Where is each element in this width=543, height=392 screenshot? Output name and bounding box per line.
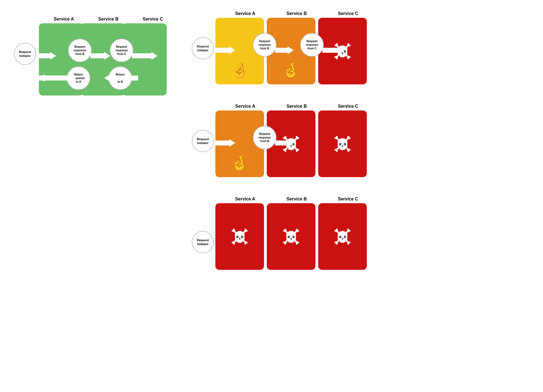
br-icon-c: ☠️ bbox=[333, 228, 352, 245]
arrow-left-final bbox=[19, 74, 45, 82]
mr-service-c: ☠️ bbox=[318, 110, 367, 177]
br-icon-a: ☠️ bbox=[231, 228, 249, 245]
diagram-top-right: Service A Service B Service C 🤞 🤞 ☠️ bbox=[192, 11, 529, 90]
diagram-all-green: Service A Service B Service C Request In… bbox=[14, 17, 175, 101]
mr-header-a: Service A bbox=[220, 104, 271, 109]
diagram-bot-right: Service A Service B Service C ☠️ ☠️ ☠️ bbox=[192, 197, 529, 275]
mr-icon-a: 🤞 bbox=[231, 155, 249, 172]
tr-arrow-r2 bbox=[275, 46, 294, 54]
tr-icon-b: 🤞 bbox=[282, 62, 300, 79]
arrow-left-1 bbox=[104, 74, 138, 82]
right-panel: Service A Service B Service C 🤞 🤞 ☠️ bbox=[186, 8, 535, 384]
mr-header-c: Service C bbox=[322, 104, 374, 109]
arrow-right-1 bbox=[36, 52, 56, 60]
br-service-b: ☠️ bbox=[267, 203, 315, 270]
mr-header-b: Service B bbox=[271, 104, 322, 109]
request-from-c-circle: Request response from C bbox=[110, 39, 133, 62]
left-panel: Service A Service B Service C Request In… bbox=[8, 8, 181, 384]
header-service-c: Service C bbox=[131, 17, 175, 22]
mr-req-b-circle: Request response from B bbox=[253, 126, 277, 149]
header-service-b: Service B bbox=[86, 17, 131, 22]
tr-header-b: Service B bbox=[271, 11, 322, 16]
mr-arrow-r2 bbox=[275, 139, 294, 147]
tr-req-b-circle: Request response from B bbox=[253, 33, 277, 57]
mr-arrow-r1 bbox=[214, 139, 235, 147]
tr-req-c-circle: Request response from C bbox=[300, 33, 324, 57]
br-header-c: Service C bbox=[322, 197, 374, 202]
request-from-b-circle: Request response from B bbox=[68, 39, 92, 62]
header-service-a: Service A bbox=[42, 17, 86, 22]
diagram-mid-right: Service A Service B Service C 🤞 ☠️ ☠️ bbox=[192, 104, 529, 183]
arrow-right-2 bbox=[90, 52, 110, 60]
br-header-a: Service A bbox=[220, 197, 271, 202]
br-initiator: Request Initiator bbox=[192, 231, 214, 253]
arrow-right-3 bbox=[132, 52, 158, 60]
tr-arrow-r1 bbox=[214, 46, 235, 54]
request-initiator-circle: Request Initiator bbox=[14, 43, 36, 65]
br-service-a: ☠️ bbox=[215, 203, 264, 270]
br-header-b: Service B bbox=[271, 197, 322, 202]
mr-icon-c: ☠️ bbox=[333, 135, 352, 152]
tr-header-a: Service A bbox=[220, 11, 271, 16]
br-icon-b: ☠️ bbox=[282, 228, 300, 245]
br-service-c: ☠️ bbox=[318, 203, 367, 270]
tr-icon-a: 🤞 bbox=[231, 62, 249, 79]
mr-initiator: Request Initiator bbox=[192, 130, 214, 152]
tr-initiator: Request Initiator bbox=[192, 37, 214, 59]
tr-header-c: Service C bbox=[322, 11, 374, 16]
tr-arrow-r3 bbox=[322, 46, 344, 54]
